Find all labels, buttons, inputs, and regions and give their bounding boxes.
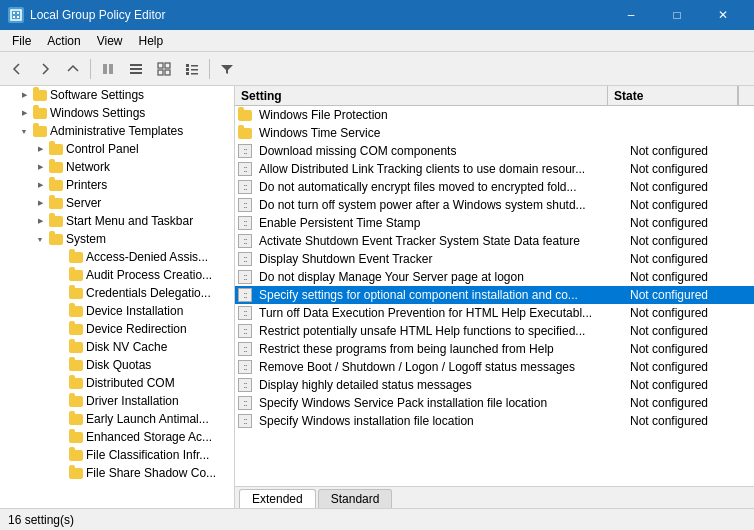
show-hide-button[interactable] <box>95 56 121 82</box>
tree-expand-icon[interactable] <box>16 122 32 140</box>
policy-setting-icon <box>238 252 252 266</box>
tree-item[interactable]: Early Launch Antimal... <box>0 410 234 428</box>
tree-item[interactable]: Control Panel <box>0 140 234 158</box>
list-row-icon <box>235 178 255 196</box>
tree-folder-icon <box>48 141 64 157</box>
list-row[interactable]: Turn off Data Execution Prevention for H… <box>235 304 754 322</box>
tree-expand-icon[interactable] <box>16 86 32 104</box>
list-row-icon <box>235 142 255 160</box>
tree-item-label: Network <box>66 160 110 174</box>
tree-item[interactable]: Printers <box>0 176 234 194</box>
tree-expand-icon[interactable] <box>32 230 48 248</box>
menu-action[interactable]: Action <box>39 32 88 50</box>
tree-item[interactable]: Audit Process Creatio... <box>0 266 234 284</box>
tree-item[interactable]: Enhanced Storage Ac... <box>0 428 234 446</box>
list-row[interactable]: Display highly detailed status messagesN… <box>235 376 754 394</box>
tree-expand-icon[interactable] <box>32 140 48 158</box>
tree-expand-icon[interactable] <box>32 212 48 230</box>
filter-button[interactable] <box>214 56 240 82</box>
tree-item[interactable]: Start Menu and Taskbar <box>0 212 234 230</box>
tree-item[interactable]: Administrative Templates <box>0 122 234 140</box>
properties-button[interactable] <box>123 56 149 82</box>
tree-item[interactable]: Software Settings <box>0 86 234 104</box>
list-row-icon <box>235 376 255 394</box>
tree-expand-icon[interactable] <box>32 176 48 194</box>
list-row[interactable]: Do not display Manage Your Server page a… <box>235 268 754 286</box>
list-content[interactable]: Windows File ProtectionWindows Time Serv… <box>235 106 754 486</box>
tree-folder-icon <box>68 447 84 463</box>
tree-item[interactable]: Distributed COM <box>0 374 234 392</box>
tree-item[interactable]: Credentials Delegatio... <box>0 284 234 302</box>
tree-item[interactable]: Driver Installation <box>0 392 234 410</box>
list-cell-setting: Activate Shutdown Event Tracker System S… <box>255 234 624 248</box>
tab-extended[interactable]: Extended <box>239 489 316 508</box>
list-row[interactable]: Do not turn off system power after a Win… <box>235 196 754 214</box>
tree-folder-icon <box>48 231 64 247</box>
list-row[interactable]: Specify Windows installation file locati… <box>235 412 754 430</box>
back-button[interactable] <box>4 56 30 82</box>
svg-rect-11 <box>165 63 170 68</box>
minimize-button[interactable]: – <box>608 0 654 30</box>
tree-item[interactable]: Windows Settings <box>0 104 234 122</box>
list-row[interactable]: Download missing COM componentsNot confi… <box>235 142 754 160</box>
tree-item[interactable]: Server <box>0 194 234 212</box>
list-row[interactable]: Specify settings for optional component … <box>235 286 754 304</box>
main-container: Software SettingsWindows SettingsAdminis… <box>0 86 754 508</box>
tree-expand-icon[interactable] <box>32 194 48 212</box>
menu-view[interactable]: View <box>89 32 131 50</box>
svg-rect-13 <box>165 70 170 75</box>
tree-item[interactable]: File Share Shadow Co... <box>0 464 234 482</box>
tree-item-label: Software Settings <box>50 88 144 102</box>
svg-rect-9 <box>130 72 142 74</box>
tree-item[interactable]: System <box>0 230 234 248</box>
detail-button[interactable] <box>179 56 205 82</box>
svg-rect-5 <box>103 64 107 74</box>
list-row[interactable]: Windows Time Service <box>235 124 754 142</box>
list-row[interactable]: Enable Persistent Time StampNot configur… <box>235 214 754 232</box>
list-row[interactable]: Display Shutdown Event TrackerNot config… <box>235 250 754 268</box>
list-row[interactable]: Restrict potentially unsafe HTML Help fu… <box>235 322 754 340</box>
list-cell-setting: Turn off Data Execution Prevention for H… <box>255 306 624 320</box>
list-row[interactable]: Restrict these programs from being launc… <box>235 340 754 358</box>
tree-expand-icon[interactable] <box>16 104 32 122</box>
list-row[interactable]: Allow Distributed Link Tracking clients … <box>235 160 754 178</box>
tree-item[interactable]: Access-Denied Assis... <box>0 248 234 266</box>
list-row[interactable]: Windows File Protection <box>235 106 754 124</box>
tree-item-label: Distributed COM <box>86 376 175 390</box>
tree-item[interactable]: Disk NV Cache <box>0 338 234 356</box>
list-cell-setting: Specify Windows installation file locati… <box>255 414 624 428</box>
list-row[interactable]: Remove Boot / Shutdown / Logon / Logoff … <box>235 358 754 376</box>
close-button[interactable]: ✕ <box>700 0 746 30</box>
header-state[interactable]: State <box>608 86 738 105</box>
list-cell-setting: Windows File Protection <box>255 108 624 122</box>
policy-setting-icon <box>238 414 252 428</box>
tree-pane[interactable]: Software SettingsWindows SettingsAdminis… <box>0 86 235 508</box>
tree-item[interactable]: Device Installation <box>0 302 234 320</box>
list-row[interactable]: Activate Shutdown Event Tracker System S… <box>235 232 754 250</box>
tree-item[interactable]: Disk Quotas <box>0 356 234 374</box>
tree-item[interactable]: Device Redirection <box>0 320 234 338</box>
menu-help[interactable]: Help <box>131 32 172 50</box>
svg-rect-7 <box>130 64 142 66</box>
view-button[interactable] <box>151 56 177 82</box>
tree-item[interactable]: Network <box>0 158 234 176</box>
list-cell-setting: Display highly detailed status messages <box>255 378 624 392</box>
tab-standard[interactable]: Standard <box>318 489 393 508</box>
forward-button[interactable] <box>32 56 58 82</box>
list-cell-state: Not configured <box>624 252 754 266</box>
up-button[interactable] <box>60 56 86 82</box>
list-row[interactable]: Do not automatically encrypt files moved… <box>235 178 754 196</box>
list-cell-state: Not configured <box>624 396 754 410</box>
tree-item-label: Printers <box>66 178 107 192</box>
list-row[interactable]: Specify Windows Service Pack installatio… <box>235 394 754 412</box>
tree-item-label: Access-Denied Assis... <box>86 250 208 264</box>
menu-file[interactable]: File <box>4 32 39 50</box>
list-cell-state: Not configured <box>624 378 754 392</box>
list-cell-setting: Download missing COM components <box>255 144 624 158</box>
tree-item[interactable]: File Classification Infr... <box>0 446 234 464</box>
tree-folder-icon <box>68 285 84 301</box>
maximize-button[interactable]: □ <box>654 0 700 30</box>
tree-expand-icon[interactable] <box>32 158 48 176</box>
list-row-icon <box>235 160 255 178</box>
header-setting[interactable]: Setting <box>235 86 608 105</box>
